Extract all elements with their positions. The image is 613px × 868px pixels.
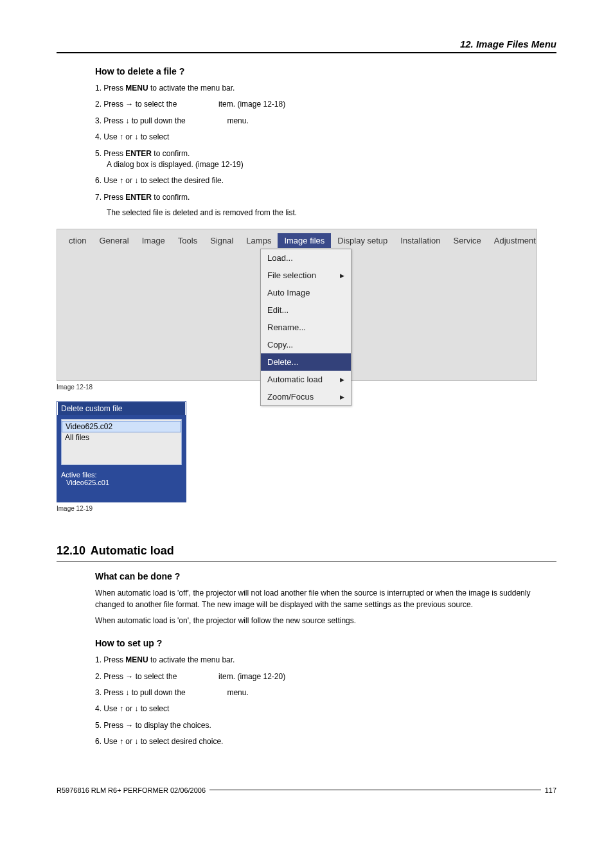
dropdown-item-delete[interactable]: Delete... [261,353,351,371]
dialog-file-list[interactable]: Video625.c02 All files [61,419,182,465]
step2-text-c: item. (image 12-18) [217,100,285,109]
step5-bold: ENTER [125,149,152,158]
auto-load-desc-1: When automatic load is 'off', the projec… [95,588,556,610]
s2c: item. (image 12-20) [217,672,285,681]
step5-text-a: 5. Press [95,149,125,158]
step7-bold: ENTER [125,193,152,202]
setup-step-5: 5. Press → to display the choices. [95,720,556,731]
step-6: 6. Use ↑ or ↓ to select the desired file… [95,175,556,186]
how-to-delete-heading: How to delete a file ? [95,66,556,76]
setup-step-4: 4. Use ↑ or ↓ to select Automatic load [95,704,556,714]
what-can-be-done-heading: What can be done ? [95,571,556,581]
setup-step-1: 1. Press MENU to activate the menu bar. [95,655,556,666]
menu-bar-item-service[interactable]: Service [447,233,487,248]
menu-bar-item-ction[interactable]: ction [62,233,93,248]
step7-text-c: to confirm. [152,193,190,202]
s1c: to activate the menu bar. [148,655,235,664]
dropdown-label: Load... [267,253,293,263]
dropdown-item-auto-image[interactable]: Auto Image [261,284,351,301]
delete-result: The selected file is deleted and is remo… [107,208,556,217]
section-title-text: Automatic load [91,544,174,557]
dialog-title: Delete custom file [57,402,186,415]
dropdown-item-load[interactable]: Load... [261,249,351,267]
dropdown-item-file-selection[interactable]: File selection▶ [261,267,351,284]
header-rule [57,52,556,53]
step-4: 4. Use ↑ or ↓ to select Delete... [95,132,556,143]
dropdown-item-copy[interactable]: Copy... [261,336,351,353]
dropdown-label: Delete... [267,357,298,367]
dropdown-label: Copy... [267,340,293,350]
footer-page-number: 117 [545,786,556,794]
s3c: menu. [225,688,249,697]
step-5: 5. Press ENTER to confirm. A dialog box … [95,148,556,171]
step-3: 3. Press ↓ to pull down the Image files … [95,116,556,127]
page-footer: R5976816 RLM R6+ PERFORMER 02/06/2006 11… [57,786,556,794]
step-7: 7. Press ENTER to confirm. [95,192,556,203]
menu-bar-item-adjustment[interactable]: Adjustment [488,233,542,248]
menu-bar-item-installation[interactable]: Installation [394,233,447,248]
s3a: 3. Press ↓ to pull down the [95,688,188,697]
step1-bold: MENU [125,84,148,93]
setup-step-2: 2. Press → to select the Image files ite… [95,671,556,682]
dropdown-label: File selection [267,270,316,280]
image-files-dropdown: Load... File selection▶ Auto Image Edit.… [260,249,351,406]
section-rule [57,562,556,562]
s1b: MENU [125,655,148,664]
delete-custom-file-dialog: Delete custom file Video625.c02 All file… [57,401,186,502]
step1-text-c: to activate the menu bar. [148,84,235,93]
list-item[interactable]: All files [62,432,181,443]
step2-text-a: 2. Press → to select the [95,100,179,109]
step7-text-a: 7. Press [95,193,125,202]
auto-load-desc-2: When automatic load is 'on', the project… [95,616,556,626]
step3-text-a: 3. Press ↓ to pull down the [95,116,188,125]
s2a: 2. Press → to select the [95,672,179,681]
caption-12-19: Image 12-19 [57,505,556,512]
footer-doc-id: R5976816 RLM R6+ PERFORMER 02/06/2006 [57,786,206,794]
section-number: 12.10 [57,544,85,557]
dropdown-label: Edit... [267,305,289,315]
s1a: 1. Press [95,655,125,664]
step1-text-a: 1. Press [95,84,125,93]
chevron-right-icon: ▶ [340,394,344,400]
dropdown-item-automatic-load[interactable]: Automatic load▶ [261,371,351,388]
how-to-setup-heading: How to set up ? [95,638,556,648]
step5-text-c: to confirm. [152,149,190,158]
menu-bar-item-lamps[interactable]: Lamps [240,233,278,248]
step-2: 2. Press → to select the Image files ite… [95,99,556,110]
menu-screenshot-12-18: ction General Image Tools Signal Lamps I… [57,229,537,381]
list-item[interactable]: Video625.c02 [62,421,181,432]
menu-bar-item-tools[interactable]: Tools [172,233,204,248]
menu-bar-item-signal[interactable]: Signal [204,233,240,248]
menu-bar-item-image-files[interactable]: Image files [278,233,331,248]
dropdown-label: Auto Image [267,288,310,297]
dropdown-item-edit[interactable]: Edit... [261,301,351,319]
setup-step-6: 6. Use ↑ or ↓ to select desired choice. [95,736,556,747]
step4-text-a: 4. Use ↑ or ↓ to select [95,132,172,141]
dropdown-label: Zoom/Focus [267,392,314,402]
s4a: 4. Use ↑ or ↓ to select [95,704,172,713]
menu-bar-item-display-setup[interactable]: Display setup [331,233,394,248]
active-files-value: Video625.c01 [57,479,186,502]
step3-text-c: menu. [225,116,249,125]
setup-step-3: 3. Press ↓ to pull down the Image files … [95,687,556,698]
menu-bar: ction General Image Tools Signal Lamps I… [62,233,531,248]
dropdown-item-zoom-focus[interactable]: Zoom/Focus▶ [261,388,351,405]
dropdown-label: Automatic load [267,375,323,384]
footer-line [209,790,541,790]
chapter-heading: 12. Image Files Menu [57,39,556,49]
chevron-right-icon: ▶ [340,376,344,383]
chevron-right-icon: ▶ [340,272,344,279]
menu-bar-item-image[interactable]: Image [136,233,172,248]
dropdown-item-rename[interactable]: Rename... [261,319,351,336]
active-files-label: Active files: [57,469,186,479]
step-1: 1. Press MENU to activate the menu bar. [95,83,556,94]
step5-text-d: A dialog box is displayed. (image 12-19) [107,159,244,170]
dropdown-label: Rename... [267,323,306,332]
menu-bar-item-general[interactable]: General [93,233,135,248]
